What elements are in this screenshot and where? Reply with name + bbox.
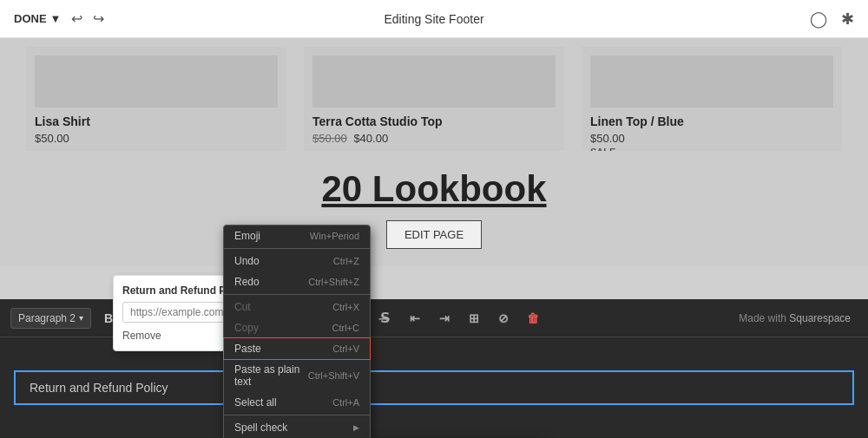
context-menu-cut: Cut Ctrl+X — [224, 297, 370, 317]
made-with-label: Made with Squarespace — [739, 312, 851, 324]
context-menu-divider-3 — [224, 415, 370, 415]
squarespace-link[interactable]: Squarespace — [789, 312, 851, 324]
indent-right-button[interactable]: ⇥ — [432, 306, 457, 330]
product-name-3: Linen Top / Blue — [590, 114, 833, 128]
mobile-preview-icon[interactable]: ◯ — [810, 10, 827, 29]
product-card-1: Lisa Shirt $50.00 — [26, 47, 286, 166]
paragraph-style-chevron: ▾ — [79, 313, 83, 323]
context-menu-divider-2 — [224, 294, 370, 295]
product-image-3 — [590, 56, 833, 108]
context-menu-copy: Copy Ctrl+C — [224, 317, 370, 338]
product-image-1 — [35, 56, 278, 108]
lookbook-section: 20 Lookbook EDIT PAGE — [0, 151, 868, 266]
context-menu: Emoji Win+Period Undo Ctrl+Z Redo Ctrl+S… — [223, 225, 371, 438]
footer-link-text[interactable]: Return and Refund Policy — [14, 370, 854, 405]
context-menu-spellcheck[interactable]: Spell check — [224, 417, 370, 438]
context-menu-redo[interactable]: Redo Ctrl+Shift+Z — [224, 271, 370, 292]
product-price-3: $50.00 — [590, 132, 833, 145]
product-image-2 — [312, 56, 556, 108]
product-name-2: Terra Cotta Studio Top — [312, 114, 556, 128]
top-bar: DONE ▼ ↩ ↪ Editing Site Footer ◯ ✱ — [0, 0, 868, 38]
product-name-1: Lisa Shirt — [35, 114, 278, 128]
product-price-2: $50.00 $40.00 — [312, 132, 556, 145]
product-price-sale-2: $40.00 — [353, 132, 388, 145]
context-menu-emoji[interactable]: Emoji Win+Period — [224, 226, 370, 246]
chevron-down-icon: ▼ — [50, 12, 62, 25]
undo-button[interactable]: ↩ — [71, 10, 82, 27]
paragraph-style-label: Paragraph 2 — [18, 312, 76, 324]
delete-button[interactable]: 🗑 — [521, 306, 545, 330]
footer-content: Return and Refund Policy — [0, 337, 868, 438]
canvas-area: Lisa Shirt $50.00 Terra Cotta Studio Top… — [0, 38, 868, 438]
context-menu-undo[interactable]: Undo Ctrl+Z — [224, 251, 370, 271]
done-label: DONE — [14, 12, 47, 25]
strikethrough-button[interactable]: S̶ — [373, 306, 398, 330]
link-remove-button[interactable]: Remove — [122, 330, 161, 342]
context-menu-paste[interactable]: Paste Ctrl+V — [224, 338, 370, 359]
done-button[interactable]: DONE ▼ — [14, 12, 61, 25]
product-card-2: Terra Cotta Studio Top $50.00 $40.00 — [304, 47, 564, 166]
context-menu-paste-plain[interactable]: Paste as plain text Ctrl+Shift+V — [224, 359, 370, 392]
product-price-original-2: $50.00 — [312, 132, 347, 145]
settings-icon[interactable]: ✱ — [841, 10, 854, 29]
top-bar-left: DONE ▼ ↩ ↪ — [14, 10, 104, 27]
page-title: Editing Site Footer — [384, 12, 483, 26]
context-menu-divider-1 — [224, 248, 370, 249]
table-button[interactable]: ⊞ — [462, 306, 486, 330]
edit-page-button[interactable]: EDIT PAGE — [386, 220, 482, 249]
lookbook-title: 20 Lookbook — [321, 168, 546, 210]
product-card-3: Linen Top / Blue $50.00 SALE — [582, 47, 842, 166]
context-menu-select-all[interactable]: Select all Ctrl+A — [224, 392, 370, 413]
top-bar-right: ◯ ✱ — [810, 10, 854, 29]
redo-button[interactable]: ↪ — [93, 10, 104, 27]
clear-format-button[interactable]: ⊘ — [491, 306, 516, 330]
product-price-1: $50.00 — [35, 132, 278, 145]
footer-link-label: Return and Refund Policy — [30, 381, 168, 395]
paragraph-style-select[interactable]: Paragraph 2 ▾ — [10, 308, 91, 329]
indent-left-button[interactable]: ⇤ — [403, 306, 427, 330]
